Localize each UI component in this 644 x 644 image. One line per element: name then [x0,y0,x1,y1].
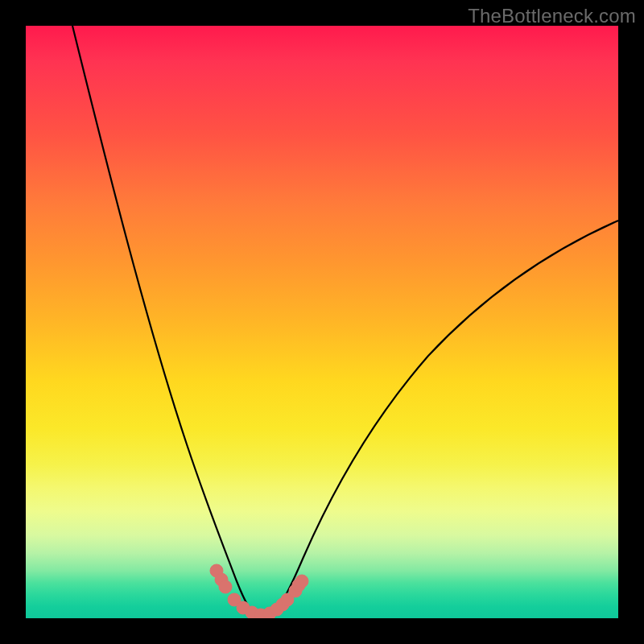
left-curve [72,26,256,614]
watermark-text: TheBottleneck.com [468,5,636,27]
svg-point-13 [295,575,308,588]
chart-frame: TheBottleneck.com [0,0,644,644]
right-curve [272,221,618,614]
svg-point-2 [219,580,232,593]
chart-svg [26,26,618,618]
valley-markers [210,564,308,618]
